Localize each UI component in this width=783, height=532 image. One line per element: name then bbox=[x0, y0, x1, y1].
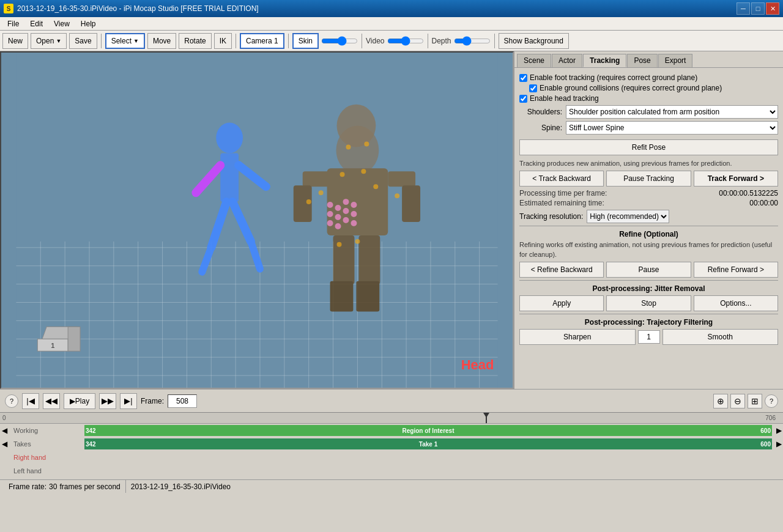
svg-point-54 bbox=[343, 208, 349, 214]
tab-scene[interactable]: Scene bbox=[517, 54, 551, 67]
skin-button[interactable]: Skin bbox=[292, 33, 319, 49]
skin-slider[interactable] bbox=[321, 35, 358, 47]
tab-actor[interactable]: Actor bbox=[552, 54, 582, 67]
svg-rect-40 bbox=[388, 171, 415, 187]
timeline-ruler[interactable]: 0 706 bbox=[0, 413, 783, 424]
rewind-button[interactable]: ◀◀ bbox=[43, 393, 60, 409]
estimated-remaining-label: Estimated remaining time: bbox=[519, 199, 604, 207]
timeline-playhead[interactable] bbox=[486, 413, 487, 423]
ik-button[interactable]: IK bbox=[214, 33, 232, 49]
scene-view: 1 Head bbox=[1, 53, 513, 388]
left-hand-content[interactable] bbox=[84, 465, 772, 476]
zoom-out-button[interactable]: ⊖ bbox=[730, 394, 745, 408]
track-forward-button[interactable]: Track Forward > bbox=[694, 171, 778, 187]
move-button[interactable]: Move bbox=[147, 33, 176, 49]
smooth-button[interactable]: Smooth bbox=[662, 329, 779, 345]
separator-5 bbox=[428, 34, 428, 48]
frame-label: Frame: bbox=[141, 397, 164, 405]
menu-view[interactable]: View bbox=[49, 18, 75, 29]
track-backward-button[interactable]: < Track Backward bbox=[519, 171, 604, 187]
maximize-button[interactable]: □ bbox=[751, 2, 765, 15]
svg-rect-44 bbox=[358, 235, 380, 284]
select-dropdown-icon[interactable]: ▼ bbox=[133, 38, 139, 44]
right-hand-content[interactable] bbox=[84, 452, 772, 463]
working-bar-center: Region of Interest bbox=[402, 427, 454, 434]
working-right-arrow[interactable]: ▶ bbox=[774, 426, 783, 435]
menu-help[interactable]: Help bbox=[76, 18, 101, 29]
skip-end-button[interactable]: ▶| bbox=[120, 393, 137, 409]
tracking-resolution-select[interactable]: High (recommended) bbox=[587, 210, 669, 223]
camera-button[interactable]: Camera 1 bbox=[240, 33, 284, 49]
takes-right-arrow[interactable]: ▶ bbox=[774, 440, 783, 448]
zoom-in-icon: ⊕ bbox=[717, 396, 724, 406]
fast-forward-icon: ▶▶ bbox=[102, 396, 114, 405]
minimize-button[interactable]: ─ bbox=[737, 2, 750, 15]
close-button[interactable]: ✕ bbox=[766, 2, 779, 15]
new-button[interactable]: New bbox=[2, 33, 28, 49]
open-dropdown-icon[interactable]: ▼ bbox=[56, 38, 61, 44]
working-bar[interactable]: 342 Region of Interest 600 bbox=[84, 425, 772, 436]
shoulders-select[interactable]: Shoulder position calculated from arm po… bbox=[566, 105, 778, 119]
skip-start-button[interactable]: |◀ bbox=[22, 393, 39, 409]
help-button-left[interactable]: ? bbox=[5, 394, 18, 408]
show-background-button[interactable]: Show Background bbox=[499, 33, 569, 49]
timeline-tracks: ◀ Working 342 Region of Interest 600 ▶ ◀… bbox=[0, 424, 783, 479]
pause-tracking-button[interactable]: Pause Tracking bbox=[606, 171, 691, 187]
framerate-value: 30 bbox=[49, 482, 57, 491]
svg-point-55 bbox=[343, 217, 349, 223]
fast-forward-button[interactable]: ▶▶ bbox=[99, 393, 116, 409]
menu-file[interactable]: File bbox=[2, 18, 24, 29]
tab-pose[interactable]: Pose bbox=[627, 54, 657, 67]
zoom-in-button[interactable]: ⊕ bbox=[713, 394, 728, 408]
refine-forward-button[interactable]: Refine Forward > bbox=[694, 262, 778, 278]
svg-text:Head: Head bbox=[461, 357, 494, 372]
trajectory-value-input[interactable] bbox=[638, 330, 660, 344]
spine-select[interactable]: Stiff Lower Spine bbox=[566, 121, 778, 135]
enable-head-tracking-checkbox[interactable] bbox=[519, 95, 527, 103]
frame-input[interactable] bbox=[168, 394, 197, 408]
divider-2 bbox=[519, 280, 778, 281]
svg-rect-46 bbox=[356, 281, 379, 312]
takes-content[interactable]: 342 Take 1 600 bbox=[84, 438, 772, 449]
right-panel: Scene Actor Tracking Pose Export Enable … bbox=[514, 51, 783, 389]
select-button[interactable]: Select ▼ bbox=[105, 33, 145, 49]
stop-button[interactable]: Stop bbox=[606, 295, 691, 311]
svg-point-28 bbox=[216, 123, 243, 153]
fps-label: frames per second bbox=[59, 482, 120, 491]
takes-bar-start: 342 bbox=[86, 441, 96, 448]
rotate-button[interactable]: Rotate bbox=[179, 33, 211, 49]
takes-bar[interactable]: 342 Take 1 600 bbox=[84, 438, 772, 449]
transport-right: ⊕ ⊖ ⊞ ? bbox=[713, 394, 778, 408]
rewind-icon: ◀◀ bbox=[45, 396, 58, 405]
takes-bar-center: Take 1 bbox=[419, 441, 437, 448]
depth-slider[interactable] bbox=[454, 35, 491, 47]
fit-button[interactable]: ⊞ bbox=[748, 394, 762, 408]
sharpen-button[interactable]: Sharpen bbox=[519, 329, 636, 345]
working-content[interactable]: 342 Region of Interest 600 bbox=[84, 425, 772, 436]
takes-left-arrow[interactable]: ◀ bbox=[0, 440, 9, 448]
working-label: Working bbox=[9, 427, 82, 434]
help-button-right[interactable]: ? bbox=[765, 394, 778, 408]
working-left-arrow[interactable]: ◀ bbox=[0, 426, 9, 435]
open-button[interactable]: Open ▼ bbox=[31, 33, 67, 49]
menu-edit[interactable]: Edit bbox=[25, 18, 48, 29]
enable-ground-collisions-checkbox[interactable] bbox=[529, 84, 537, 92]
refine-title: Refine (Optional) bbox=[519, 230, 778, 238]
pause-button[interactable]: Pause bbox=[606, 262, 691, 278]
tab-export[interactable]: Export bbox=[658, 54, 693, 67]
tab-tracking[interactable]: Tracking bbox=[583, 54, 626, 67]
refine-backward-button[interactable]: < Refine Backward bbox=[519, 262, 604, 278]
video-slider[interactable] bbox=[387, 35, 424, 47]
options-button[interactable]: Options... bbox=[694, 295, 778, 311]
title-controls[interactable]: ─ □ ✕ bbox=[737, 2, 779, 15]
save-button[interactable]: Save bbox=[69, 33, 97, 49]
play-button[interactable]: ▶ Play bbox=[64, 393, 95, 409]
separator-4 bbox=[362, 34, 362, 48]
enable-foot-tracking-checkbox[interactable] bbox=[519, 74, 527, 82]
viewport[interactable]: 1 Head bbox=[0, 51, 514, 389]
track-buttons-row: < Track Backward Pause Tracking Track Fo… bbox=[519, 171, 778, 187]
apply-button[interactable]: Apply bbox=[519, 295, 604, 311]
tracking-resolution-label: Tracking resolution: bbox=[519, 212, 583, 221]
transport-bar: ? |◀ ◀◀ ▶ Play ▶▶ ▶| Frame: ⊕ ⊖ ⊞ ? bbox=[0, 389, 783, 412]
refit-pose-button[interactable]: Refit Pose bbox=[519, 139, 778, 155]
